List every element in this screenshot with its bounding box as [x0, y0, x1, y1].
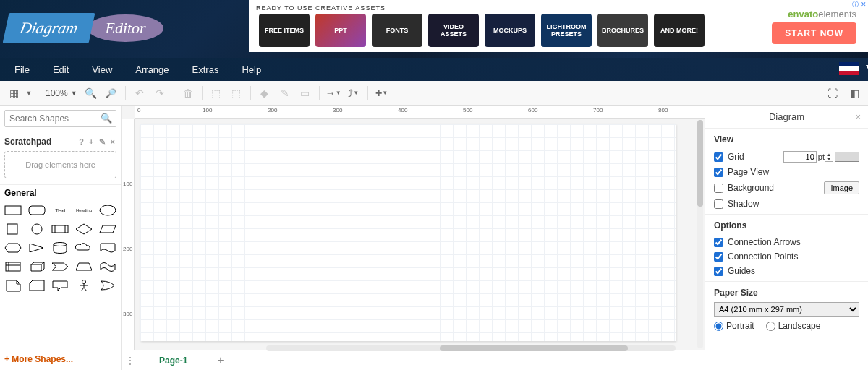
search-icon[interactable]: 🔍	[101, 113, 112, 124]
language-flag-icon[interactable]	[839, 62, 859, 75]
shadow-icon[interactable]: ▭	[296, 84, 315, 103]
format-panel-toggle-icon[interactable]: ◧	[845, 84, 864, 103]
undo-icon[interactable]: ↶	[130, 84, 149, 103]
portrait-radio[interactable]	[714, 322, 723, 331]
guides-checkbox[interactable]	[714, 267, 723, 276]
tab-page-1[interactable]: Page-1	[139, 351, 208, 370]
shape-trapezoid[interactable]	[74, 259, 95, 275]
ad-item[interactable]: BROCHURES	[597, 14, 648, 47]
guides-label: Guides	[728, 266, 755, 276]
page-view-checkbox[interactable]	[714, 168, 723, 177]
scratchpad-heading: Scratchpad	[4, 137, 51, 147]
ad-item[interactable]: AND MORE!	[654, 14, 705, 47]
ad-item[interactable]: MOCKUPS	[485, 14, 535, 47]
ad-item[interactable]: FREE ITEMS	[259, 14, 310, 47]
shape-parallelogram[interactable]	[97, 221, 118, 237]
shape-internal-storage[interactable]	[3, 259, 24, 275]
grid-size-input[interactable]	[783, 151, 817, 163]
zoom-control[interactable]: 100% ▼	[43, 88, 80, 98]
menu-arrange[interactable]: Arrange	[124, 60, 180, 79]
shape-card[interactable]	[27, 278, 48, 293]
shape-triangle[interactable]	[27, 240, 48, 256]
paper-size-select[interactable]: A4 (210 mm x 297 mm)	[714, 302, 859, 317]
shape-cloud[interactable]	[74, 240, 95, 256]
toolbar: ▦ ▼ 100% ▼ 🔍 🔎 ↶ ↷ 🗑 ⬚ ⬚ ◆ ✎ ▭ →▼ ⤴▼ +▼ …	[0, 81, 868, 106]
menu-view[interactable]: View	[80, 60, 124, 79]
shape-cube[interactable]	[27, 259, 48, 275]
zoom-out-icon[interactable]: 🔎	[102, 84, 121, 103]
to-back-icon[interactable]: ⬚	[227, 84, 246, 103]
shapes-panel: 🔍 Scratchpad ? + ✎ × Drag elements here …	[0, 106, 122, 370]
fill-color-icon[interactable]: ◆	[255, 84, 274, 103]
horizontal-scrollbar[interactable]	[266, 345, 676, 351]
grid-size-stepper[interactable]: ▲▼	[825, 152, 833, 162]
shape-square[interactable]	[3, 221, 24, 237]
separator	[202, 86, 203, 100]
header-banner: Diagram Editor READY TO USE CREATIVE ASS…	[0, 0, 868, 58]
menu-extras[interactable]: Extras	[181, 60, 231, 79]
ad-item[interactable]: FONTS	[372, 14, 422, 47]
to-front-icon[interactable]: ⬚	[207, 84, 226, 103]
scratchpad-dropzone[interactable]: Drag elements here	[4, 151, 116, 178]
shadow-checkbox[interactable]	[714, 199, 723, 209]
ad-close-icon[interactable]: ⓘ ✕	[852, 0, 867, 9]
close-panel-icon[interactable]: ×	[855, 111, 861, 122]
canvas-page[interactable]	[140, 124, 676, 341]
vertical-scrollbar[interactable]	[697, 120, 703, 348]
search-shapes-input[interactable]	[4, 110, 116, 127]
redo-icon[interactable]: ↷	[150, 84, 169, 103]
shape-rounded-rect[interactable]	[27, 202, 48, 218]
options-heading: Options	[714, 220, 859, 231]
more-shapes-button[interactable]: More Shapes...	[0, 348, 121, 370]
shape-heading[interactable]: Heading	[74, 202, 95, 218]
landscape-radio[interactable]	[766, 322, 775, 331]
separator	[367, 86, 368, 100]
shape-ellipse[interactable]	[97, 202, 118, 218]
ad-item[interactable]: PPT	[315, 14, 366, 47]
connection-icon[interactable]: →▼	[324, 84, 343, 103]
shape-document[interactable]	[97, 240, 118, 256]
shape-callout[interactable]	[50, 278, 71, 293]
background-checkbox[interactable]	[714, 184, 723, 193]
shape-or[interactable]	[97, 278, 118, 293]
grid-checkbox[interactable]	[714, 152, 723, 162]
connection-points-checkbox[interactable]	[714, 252, 723, 262]
connection-arrows-checkbox[interactable]	[714, 238, 723, 247]
waypoint-icon[interactable]: ⤴▼	[344, 84, 363, 103]
shape-diamond[interactable]	[74, 221, 95, 237]
shape-note[interactable]	[3, 278, 24, 293]
insert-icon[interactable]: +▼	[373, 84, 391, 103]
grid-color-swatch[interactable]	[835, 152, 859, 162]
separator	[174, 86, 174, 100]
svg-rect-1	[29, 206, 45, 215]
zoom-in-icon[interactable]: 🔍	[82, 84, 101, 103]
ad-banner[interactable]: READY TO USE CREATIVE ASSETS ⓘ ✕ FREE IT…	[249, 0, 868, 52]
shape-actor[interactable]	[74, 278, 95, 293]
view-mode-dropdown-icon[interactable]: ▼	[25, 84, 33, 103]
menu-help[interactable]: Help	[230, 60, 273, 79]
shape-tape[interactable]	[97, 259, 118, 275]
chevron-down-icon[interactable]: ▼	[71, 90, 77, 97]
line-color-icon[interactable]: ✎	[276, 84, 294, 103]
connection-points-label: Connection Points	[728, 251, 798, 262]
shape-rectangle[interactable]	[3, 202, 24, 218]
page-view-label: Page View	[728, 167, 769, 177]
delete-icon[interactable]: 🗑	[179, 84, 197, 103]
scratchpad-tools[interactable]: ? + ✎ ×	[79, 137, 116, 147]
tab-menu-icon[interactable]: ⋮	[122, 356, 139, 366]
shape-process[interactable]	[50, 221, 71, 237]
shape-circle[interactable]	[27, 221, 48, 237]
menu-edit[interactable]: Edit	[41, 60, 80, 79]
shape-hexagon[interactable]	[3, 240, 24, 256]
background-image-button[interactable]: Image	[824, 181, 859, 194]
ad-item[interactable]: VIDEO ASSETS	[428, 14, 479, 47]
shape-step[interactable]	[50, 259, 71, 275]
add-page-button[interactable]: +	[208, 354, 232, 367]
view-mode-icon[interactable]: ▦	[4, 84, 23, 103]
shape-text[interactable]: Text	[50, 202, 71, 218]
ad-cta-button[interactable]: START NOW	[772, 22, 856, 44]
fullscreen-icon[interactable]: ⛶	[823, 84, 842, 103]
ad-item[interactable]: LIGHTROOM PRESETS	[541, 14, 592, 47]
shape-cylinder[interactable]	[50, 240, 71, 256]
menu-file[interactable]: File	[3, 60, 41, 79]
